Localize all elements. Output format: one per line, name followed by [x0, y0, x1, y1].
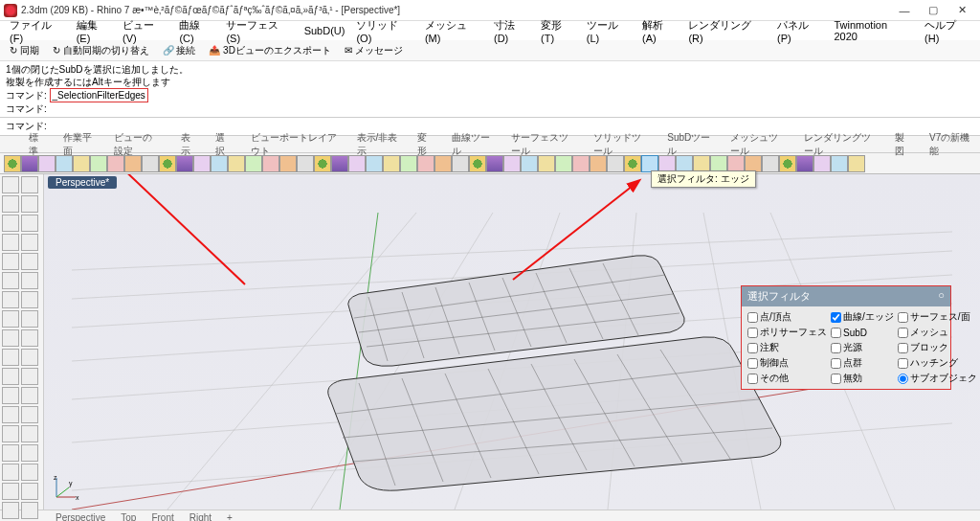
- menu-item[interactable]: ファイル(F): [4, 18, 71, 44]
- side-tool-icon[interactable]: [2, 464, 19, 481]
- minimize-button[interactable]: —: [890, 1, 919, 20]
- filter-checkbox[interactable]: [831, 374, 841, 384]
- toolbar-icon[interactable]: [762, 155, 779, 172]
- viewport-tab[interactable]: +: [219, 512, 240, 521]
- toolbar-icon[interactable]: [590, 155, 607, 172]
- toolbar-icon[interactable]: [831, 155, 848, 172]
- filter-item[interactable]: ポリサーフェス: [747, 326, 827, 339]
- filter-checkbox[interactable]: [898, 374, 908, 384]
- side-tool-icon[interactable]: [2, 253, 19, 270]
- filter-checkbox[interactable]: [747, 328, 758, 338]
- toolbar-icon[interactable]: [624, 155, 641, 172]
- toolbar-icon[interactable]: [366, 155, 383, 172]
- toolbar-item[interactable]: ↻ 自動同期の切り替え: [47, 44, 155, 57]
- toolbar-icon[interactable]: [658, 155, 676, 172]
- toolbar-icon[interactable]: [348, 155, 366, 172]
- toolbar-icon[interactable]: [142, 155, 159, 172]
- toolbar-icon[interactable]: [314, 155, 331, 172]
- side-tool-icon[interactable]: [2, 406, 19, 423]
- menu-item[interactable]: メッシュ(M): [419, 18, 488, 44]
- side-tool-icon[interactable]: [21, 502, 38, 519]
- tool-tab[interactable]: V7の新機能: [920, 129, 980, 160]
- side-tool-icon[interactable]: [21, 444, 38, 462]
- filter-item[interactable]: 点群: [831, 356, 894, 370]
- side-tool-icon[interactable]: [21, 406, 38, 423]
- filter-checkbox[interactable]: [831, 312, 841, 323]
- toolbar-icon[interactable]: [538, 155, 555, 172]
- filter-checkbox[interactable]: [831, 343, 841, 353]
- toolbar-item[interactable]: ✉ メッセージ: [339, 44, 409, 57]
- filter-checkbox[interactable]: [747, 374, 758, 384]
- toolbar-icon[interactable]: [796, 155, 813, 172]
- side-tool-icon[interactable]: [2, 291, 19, 308]
- menu-item[interactable]: サーフェス(S): [220, 18, 298, 44]
- side-tool-icon[interactable]: [21, 483, 38, 500]
- toolbar-icon[interactable]: [503, 155, 521, 172]
- toolbar-icon[interactable]: [193, 155, 211, 172]
- toolbar-icon[interactable]: [279, 155, 297, 172]
- toolbar-icon[interactable]: [693, 155, 710, 172]
- menu-item[interactable]: 寸法(D): [488, 18, 535, 44]
- toolbar-item[interactable]: 📤 3Dビューのエクスポート: [203, 44, 337, 57]
- viewport-tab[interactable]: Right: [182, 512, 219, 521]
- maximize-button[interactable]: ▢: [919, 1, 947, 20]
- toolbar-icon[interactable]: [21, 155, 38, 172]
- toolbar-icon[interactable]: [107, 155, 124, 172]
- menu-item[interactable]: ビュー(V): [117, 18, 173, 44]
- filter-checkbox[interactable]: [898, 343, 908, 353]
- toolbar-icon[interactable]: [400, 155, 417, 172]
- filter-checkbox[interactable]: [898, 312, 908, 323]
- side-tool-icon[interactable]: [21, 291, 38, 308]
- filter-checkbox[interactable]: [898, 358, 908, 369]
- side-tool-icon[interactable]: [21, 349, 38, 366]
- selection-filter-panel[interactable]: 選択フィルタ ○ 点/頂点曲線/エッジサーフェス/面ポリサーフェスSubDメッシ…: [741, 285, 951, 390]
- selection-filter-edges-button[interactable]: [641, 155, 658, 172]
- toolbar-icon[interactable]: [176, 155, 193, 172]
- filter-item[interactable]: メッシュ: [898, 326, 980, 339]
- filter-item[interactable]: SubD: [831, 326, 894, 339]
- side-tool-icon[interactable]: [2, 387, 19, 404]
- toolbar-icon[interactable]: [469, 155, 486, 172]
- filter-item[interactable]: 点/頂点: [747, 310, 827, 324]
- toolbar-item[interactable]: ↻ 同期: [4, 44, 45, 57]
- filter-item[interactable]: 制御点: [747, 356, 827, 370]
- toolbar-icon[interactable]: [4, 155, 21, 172]
- toolbar-icon[interactable]: [452, 155, 469, 172]
- viewport-tab[interactable]: Front: [144, 512, 181, 521]
- toolbar-icon[interactable]: [417, 155, 434, 172]
- side-tool-icon[interactable]: [2, 215, 19, 232]
- filter-item[interactable]: ブロック: [898, 341, 980, 354]
- menu-item[interactable]: SubD(U): [299, 25, 351, 36]
- toolbar-icon[interactable]: [383, 155, 400, 172]
- toolbar-icon[interactable]: [73, 155, 90, 172]
- side-tool-icon[interactable]: [21, 234, 38, 251]
- side-tool-icon[interactable]: [2, 195, 19, 213]
- toolbar-icon[interactable]: [779, 155, 796, 172]
- toolbar-icon[interactable]: [727, 155, 745, 172]
- viewport-tab[interactable]: Perspective: [48, 512, 113, 521]
- side-tool-icon[interactable]: [21, 253, 38, 270]
- side-tool-icon[interactable]: [2, 329, 19, 347]
- viewport[interactable]: Perspective*: [44, 174, 980, 510]
- filter-item[interactable]: 光源: [831, 341, 894, 354]
- filter-item[interactable]: サーフェス/面: [898, 310, 980, 324]
- menu-item[interactable]: 編集(E): [71, 18, 117, 44]
- filter-item[interactable]: サブオブジェクト: [898, 372, 980, 385]
- selection-filter-header[interactable]: 選択フィルタ ○: [742, 286, 950, 306]
- toolbar-icon[interactable]: [262, 155, 279, 172]
- side-tool-icon[interactable]: [2, 444, 19, 462]
- side-tool-icon[interactable]: [21, 272, 38, 289]
- toolbar-icon[interactable]: [38, 155, 56, 172]
- tool-tab[interactable]: 製図: [885, 129, 920, 160]
- filter-checkbox[interactable]: [831, 358, 841, 369]
- toolbar-icon[interactable]: [211, 155, 228, 172]
- filter-item[interactable]: 注釈: [747, 341, 827, 354]
- filter-item[interactable]: ハッチング: [898, 356, 980, 370]
- viewport-label[interactable]: Perspective*: [48, 176, 117, 189]
- side-tool-icon[interactable]: [21, 310, 38, 328]
- menu-item[interactable]: Twinmotion 2020: [828, 19, 919, 42]
- viewport-tab[interactable]: Top: [113, 512, 144, 521]
- toolbar-icon[interactable]: [486, 155, 503, 172]
- toolbar-icon[interactable]: [159, 155, 176, 172]
- side-tool-icon[interactable]: [21, 387, 38, 404]
